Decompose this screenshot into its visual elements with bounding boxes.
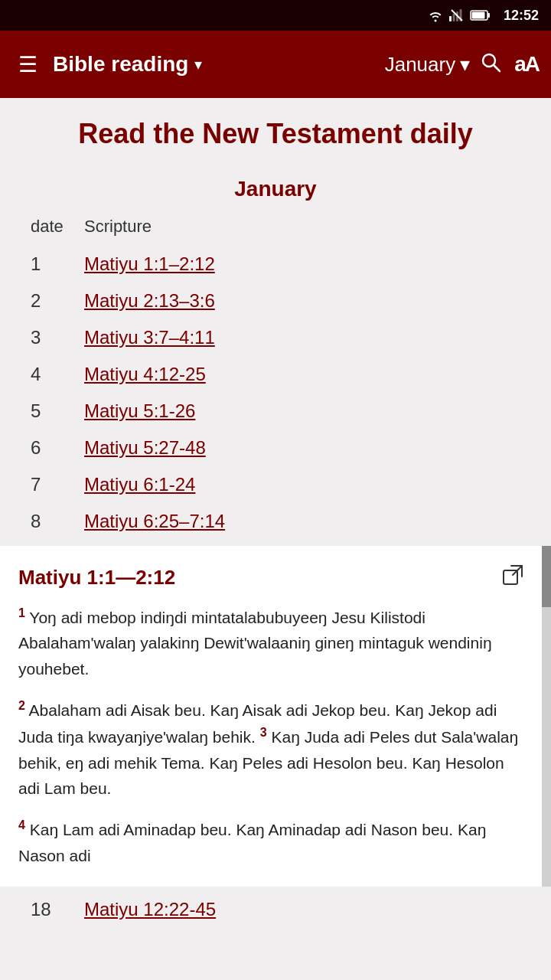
scripture-link[interactable]: Matiyu 2:13–3:6 (84, 290, 215, 311)
row-date: 4 (31, 356, 84, 393)
row-scripture: Matiyu 4:12-25 (84, 356, 520, 393)
preview-scrollbar[interactable] (542, 546, 551, 887)
table-row: 5Matiyu 5:1-26 (31, 393, 520, 430)
scripture-link[interactable]: Matiyu 4:12-25 (84, 364, 206, 384)
menu-icon[interactable]: ☰ (12, 46, 44, 83)
scripture-link[interactable]: Matiyu 1:1–2:12 (84, 253, 215, 274)
svg-rect-6 (471, 12, 484, 19)
toolbar-actions: aA (479, 51, 539, 79)
row-date: 8 (31, 503, 84, 540)
preview-card: Matiyu 1:1—2:12 1 Yoŋ adi mebop indiŋdi … (0, 546, 551, 887)
scripture-link[interactable]: Matiyu 6:1-24 (84, 474, 195, 495)
toolbar-title[interactable]: Bible reading (53, 52, 188, 77)
title-dropdown-arrow[interactable]: ▾ (194, 55, 202, 74)
table-row: 1Matiyu 1:1–2:12 (31, 246, 520, 283)
row-scripture: Matiyu 5:27-48 (84, 430, 520, 466)
row-scripture: Matiyu 6:1-24 (84, 466, 520, 503)
status-icons (427, 8, 491, 22)
svg-line-9 (494, 65, 500, 71)
preview-verse-4: 4 Kaŋ Lam adi Aminadap beu. Kaŋ Aminadap… (18, 815, 523, 868)
preview-scrollbar-thumb (542, 546, 551, 607)
table-row: 7Matiyu 6:1-24 (31, 466, 520, 503)
preview-verse-2: 2 Abalaham adi Aisak beu. Kaŋ Aisak adi … (18, 696, 523, 802)
toolbar: ☰ Bible reading ▾ January ▾ aA (0, 31, 551, 98)
scripture-link[interactable]: Matiyu 5:1-26 (84, 400, 195, 421)
toolbar-month[interactable]: January ▾ (385, 53, 471, 77)
main-content: Read the New Testament daily January dat… (0, 98, 551, 540)
status-bar: 12:52 (0, 0, 551, 31)
scripture-link[interactable]: Matiyu 3:7–4:11 (84, 327, 215, 348)
reading-table: date Scripture 1Matiyu 1:1–2:122Matiyu 2… (31, 217, 520, 540)
table-row: 6Matiyu 5:27-48 (31, 430, 520, 466)
row-date: 3 (31, 319, 84, 356)
svg-rect-1 (452, 14, 455, 21)
month-heading: January (31, 177, 520, 201)
external-link-icon[interactable] (502, 564, 523, 591)
battery-icon (470, 9, 491, 21)
page-heading: Read the New Testament daily (31, 116, 520, 152)
row-scripture: Matiyu 1:1–2:12 (84, 246, 520, 283)
row-scripture: Matiyu 2:13–3:6 (84, 283, 520, 319)
row-date: 2 (31, 283, 84, 319)
bottom-row: 18 Matiyu 12:22-45 (0, 887, 551, 933)
row-scripture: Matiyu 5:1-26 (84, 393, 520, 430)
table-row: 4Matiyu 4:12-25 (31, 356, 520, 393)
row-date: 1 (31, 246, 84, 283)
wifi-icon (427, 8, 444, 22)
preview-content: Matiyu 1:1—2:12 1 Yoŋ adi mebop indiŋdi … (0, 546, 542, 887)
status-time: 12:52 (504, 8, 539, 24)
scripture-link[interactable]: Matiyu 5:27-48 (84, 437, 206, 458)
row-date: 7 (31, 466, 84, 503)
row-scripture: Matiyu 6:25–7:14 (84, 503, 520, 540)
toolbar-title-section: Bible reading ▾ (53, 52, 376, 77)
row-date: 6 (31, 430, 84, 466)
table-row: 8Matiyu 6:25–7:14 (31, 503, 520, 540)
table-row: 3Matiyu 3:7–4:11 (31, 319, 520, 356)
font-size-icon[interactable]: aA (514, 52, 539, 77)
search-icon[interactable] (479, 51, 502, 79)
scripture-link[interactable]: Matiyu 6:25–7:14 (84, 511, 225, 531)
table-header-row: date Scripture (31, 217, 520, 246)
signal-icon (448, 8, 465, 22)
bottom-scripture-link[interactable]: Matiyu 12:22-45 (84, 899, 216, 920)
scripture-column-header: Scripture (84, 217, 520, 246)
preview-title-row: Matiyu 1:1—2:12 (18, 564, 523, 591)
row-scripture: Matiyu 3:7–4:11 (84, 319, 520, 356)
preview-verse-1: 1 Yoŋ adi mebop indiŋdi mintatalabubuyee… (18, 603, 523, 682)
row-date: 5 (31, 393, 84, 430)
svg-rect-0 (449, 16, 452, 21)
date-column-header: date (31, 217, 84, 246)
month-dropdown-arrow: ▾ (460, 53, 470, 77)
svg-rect-7 (487, 13, 490, 18)
table-row: 2Matiyu 2:13–3:6 (31, 283, 520, 319)
preview-title: Matiyu 1:1—2:12 (18, 566, 175, 590)
toolbar-month-label: January (385, 53, 456, 77)
preview-scroll[interactable]: 1 Yoŋ adi mebop indiŋdi mintatalabubuyee… (18, 603, 523, 868)
bottom-date: 18 (31, 899, 84, 920)
